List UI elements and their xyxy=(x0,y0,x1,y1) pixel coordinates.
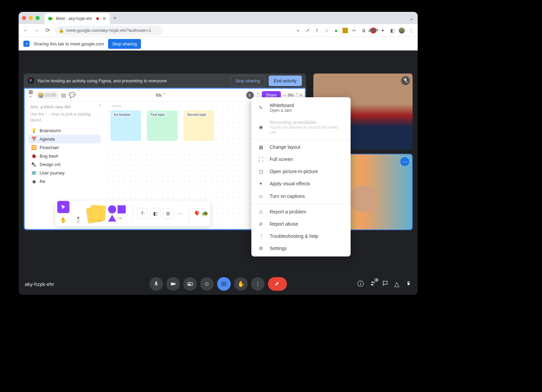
end-activity-button[interactable]: End activity xyxy=(269,76,302,86)
chat-button[interactable] xyxy=(382,280,388,288)
present-button[interactable] xyxy=(217,277,231,291)
help-icon: ❔ xyxy=(257,233,264,239)
menu-report-abuse[interactable]: ⊘Report abuse xyxy=(251,218,351,230)
address-bar: ← → ⟳ 🔒 meet.google.com/aky-hzpk-ehr?aut… xyxy=(19,24,418,37)
panel-icon[interactable]: ▤ xyxy=(61,92,66,98)
zoom-value: 9% xyxy=(288,93,294,98)
menu-captions[interactable]: ㏄Turn on captions xyxy=(251,190,351,203)
zoom-control[interactable]: − 9% ˅ + xyxy=(284,93,302,98)
more-options-button[interactable]: ⋮ xyxy=(251,277,265,291)
activities-button[interactable]: △ xyxy=(394,280,399,288)
abp-icon[interactable]: ABP xyxy=(370,27,376,34)
host-controls-button[interactable] xyxy=(405,280,412,288)
figma-menu-icon[interactable]: ⊞ ˅ xyxy=(27,89,34,102)
reload-button[interactable]: ⟳ xyxy=(44,27,51,34)
chevron-down-icon[interactable]: ˅ xyxy=(296,93,298,98)
svg-point-5 xyxy=(30,81,31,82)
template-userjourney[interactable]: 🗺️User journey xyxy=(28,169,101,177)
info-button[interactable]: ⓘ xyxy=(357,280,364,288)
window-controls[interactable] xyxy=(22,16,40,20)
collapse-icon[interactable]: ⌃ xyxy=(98,104,102,109)
banner-text: You're hosting an activity using Figma, … xyxy=(37,78,167,83)
template-bugbash[interactable]: 🐞Bug bash xyxy=(28,152,101,160)
forward-button[interactable]: → xyxy=(33,27,40,34)
shapes-tool[interactable]: ↪ xyxy=(108,205,128,222)
menu-visual-effects[interactable]: ✦Apply visual effects xyxy=(251,178,351,190)
svg-point-4 xyxy=(31,80,32,81)
tab-sharing-bar: ➚ Sharing this tab to meet.google.com St… xyxy=(19,37,418,50)
ext-icon-1[interactable]: ● xyxy=(333,27,339,34)
menu-pip[interactable]: ◳Open picture-in-picture xyxy=(251,165,351,178)
calendar-icon: 📅 xyxy=(31,137,37,142)
sticky-note-tool[interactable] xyxy=(87,204,106,223)
menu-whiteboard[interactable]: ✎ WhiteboardOpen a Jam xyxy=(251,99,351,116)
template-agenda[interactable]: 📅Agenda xyxy=(28,135,101,143)
bookmark-icon[interactable]: ☆ xyxy=(324,27,330,34)
ext-icon-4[interactable]: 🖥 xyxy=(361,27,367,34)
browser-tab[interactable]: Meet - aky-hzpk-ehr ✕ xyxy=(44,13,110,24)
extensions-icon[interactable]: ✦ xyxy=(380,27,386,34)
back-button[interactable]: ← xyxy=(22,27,29,34)
hand-tool[interactable]: ✋ xyxy=(57,214,69,226)
raise-hand-button[interactable]: ✋ xyxy=(234,277,248,291)
mic-button[interactable] xyxy=(149,277,163,291)
menu-settings[interactable]: ⚙Settings xyxy=(251,242,351,254)
sticker-icon: 🎈 xyxy=(193,210,200,217)
template-re[interactable]: ◉Re xyxy=(28,177,101,186)
radio-icon: ◉ xyxy=(31,179,37,184)
file-title[interactable]: fds ˅ xyxy=(156,92,165,98)
pencil-tool[interactable] xyxy=(71,204,85,223)
bug-icon: 🐞 xyxy=(31,153,37,159)
more-tools-icon[interactable]: ⋯ xyxy=(175,210,185,217)
reactions-button[interactable]: ☺ xyxy=(200,277,214,291)
text-tool[interactable]: ·T· xyxy=(137,208,148,219)
people-button[interactable]: 3 xyxy=(370,280,376,288)
stop-sharing-button[interactable]: Stop sharing xyxy=(108,39,141,49)
close-window[interactable] xyxy=(22,16,26,20)
ext-icon-3[interactable]: ✂ xyxy=(351,27,357,34)
template-brainstorm[interactable]: 💡Brainstorm xyxy=(28,126,101,135)
timer[interactable]: 03:00 xyxy=(36,91,58,99)
comment-icon[interactable]: 💬 xyxy=(69,92,76,98)
table-tool[interactable]: ⊞ xyxy=(163,208,173,219)
menu-troubleshoot[interactable]: ❔Troubleshooting & help xyxy=(251,230,351,242)
map-icon: 🗺️ xyxy=(31,170,37,176)
maximize-window[interactable] xyxy=(36,16,40,20)
arrow-icon: ↪ xyxy=(118,215,122,222)
template-flowchart[interactable]: 🔀Flowchart xyxy=(28,143,101,152)
leave-call-button[interactable] xyxy=(268,277,287,291)
template-designcrit[interactable]: ✒️Design crit xyxy=(28,160,101,169)
camera-button[interactable] xyxy=(166,277,180,291)
captions-button[interactable]: cc xyxy=(183,277,197,291)
zoom-in-icon[interactable]: + xyxy=(300,93,302,98)
sticky-note[interactable]: Ice breaker xyxy=(110,110,141,141)
new-tab-button[interactable]: + xyxy=(113,15,117,22)
camera-icon[interactable]: ▪ xyxy=(295,27,301,34)
sparkle-icon: ✦ xyxy=(257,181,264,186)
chevron-down-icon: ˅ xyxy=(163,92,166,98)
menu-fullscreen[interactable]: ⛶Full screen xyxy=(251,153,351,165)
figjam-bottom-toolbar: ✋ ↪ ·T· ◧ ⊞ ⋯ xyxy=(55,201,210,226)
select-tool[interactable] xyxy=(57,201,69,213)
open-external-icon[interactable]: ↗ xyxy=(305,27,311,34)
sidepanel-icon[interactable]: ◧ xyxy=(389,27,395,34)
zoom-out-icon[interactable]: − xyxy=(284,93,286,98)
sticky-note[interactable]: Second topic xyxy=(184,110,214,141)
tile-more-icon[interactable]: ⋯ xyxy=(400,157,409,166)
ext-icon-2[interactable] xyxy=(342,28,348,33)
chrome-menu-icon[interactable]: ⋮ xyxy=(408,27,414,34)
share-icon[interactable]: ⇪ xyxy=(314,27,320,34)
stickers-tool[interactable]: 🎈 🐢 xyxy=(193,210,208,217)
sticky-note[interactable]: First topic xyxy=(147,110,178,141)
timer-value: 03:00 xyxy=(45,92,56,98)
menu-change-layout[interactable]: ▦Change layout xyxy=(251,141,351,153)
url-input[interactable]: 🔒 meet.google.com/aky-hzpk-ehr?authuser=… xyxy=(55,26,163,35)
close-tab-icon[interactable]: ✕ xyxy=(102,16,106,21)
tab-dropdown-icon[interactable]: ⌄ xyxy=(409,15,414,21)
minimize-window[interactable] xyxy=(29,16,33,20)
section-tool[interactable]: ◧ xyxy=(150,208,161,219)
menu-report-problem[interactable]: ⚠Report a problem xyxy=(251,206,351,218)
profile-avatar[interactable] xyxy=(399,27,405,34)
fullscreen-icon: ⛶ xyxy=(257,157,264,162)
banner-stop-sharing-button[interactable]: Stop sharing xyxy=(230,76,265,86)
